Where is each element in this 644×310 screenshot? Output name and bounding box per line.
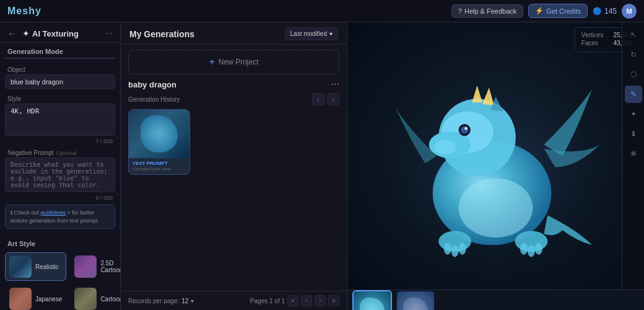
svg-point-19 (535, 243, 542, 255)
guidelines-link[interactable]: guidelines (41, 210, 66, 216)
avatar[interactable]: M (622, 4, 637, 19)
generation-history-label: Generation History ‹ › (128, 93, 339, 105)
new-project-label: New Project (219, 58, 259, 66)
new-project-icon: + (209, 56, 214, 68)
style-label: Style (0, 93, 120, 104)
help-icon: ? (458, 7, 462, 15)
style-item-realistic[interactable]: Realistic (5, 252, 66, 281)
new-project-button[interactable]: + New Project (128, 50, 339, 74)
guidelines-box: ℹ Check out guidelines > for better text… (5, 205, 115, 229)
sidebar-header: ← ✦ AI Texturing ⋯ (0, 22, 120, 43)
star-tool-icon[interactable]: ✦ (625, 105, 642, 123)
thumb-mini-dragon-2 (403, 298, 428, 310)
left-sidebar: ← ✦ AI Texturing ⋯ Generation Mode Text … (0, 22, 121, 310)
style-label-japanese: Japanese (35, 296, 62, 303)
get-credits-button[interactable]: ⚡ Get Credits (528, 4, 588, 18)
style-item-cartoon25d[interactable]: 2.5D Cartoon (70, 252, 121, 281)
info-icon: ℹ (11, 210, 12, 216)
style-item-cartoon[interactable]: Cartoon (70, 285, 121, 310)
page-last-button[interactable]: » (328, 295, 339, 306)
page-nav: Pages 1 of 1 « ‹ › » (250, 295, 339, 306)
thumbnail-1-bg (354, 291, 391, 310)
art-style-section: Art Style Realistic 2.5D Cartoon Japanes… (0, 232, 120, 310)
view-tool-icon[interactable]: ⬡ (625, 66, 642, 83)
project-name-row: baby dragon ⋯ (128, 79, 339, 89)
svg-point-5 (434, 140, 456, 154)
project-menu-button[interactable]: ⋯ (331, 79, 339, 89)
svg-point-16 (459, 243, 466, 255)
svg-point-7 (461, 126, 468, 134)
records-label: Records per page: (128, 298, 179, 304)
svg-point-15 (451, 245, 459, 257)
object-input[interactable] (5, 74, 115, 89)
dragon-thumbnail-shape (141, 115, 178, 153)
concept-art-mode-button[interactable]: Concept Art (60, 58, 115, 59)
viewport-panel: Vertices 25,421 Faces 43,086 ↖ ↻ ⬡ ✎ ✦ ⬇… (347, 22, 644, 310)
back-icon[interactable]: ← (7, 29, 16, 38)
topbar-right: ? Help & Feedback ⚡ Get Credits 🔵 145 M (451, 4, 637, 19)
center-content: + New Project baby dragon ⋯ Generation H… (121, 45, 347, 291)
download-tool-icon[interactable]: ⬇ (625, 125, 642, 143)
main-layout: ← ✦ AI Texturing ⋯ Generation Mode Text … (0, 22, 644, 310)
project-section: baby dragon ⋯ Generation History ‹ › (128, 79, 339, 286)
object-label: Object (0, 64, 120, 74)
generation-mode-label: Generation Mode (0, 43, 120, 58)
topbar-left: Meshy (7, 6, 41, 17)
viewport-3d[interactable]: Vertices 25,421 Faces 43,086 ↖ ↻ ⬡ ✎ ✦ ⬇… (347, 22, 644, 290)
page-first-button[interactable]: « (287, 295, 298, 306)
negative-prompt-input[interactable] (5, 157, 115, 192)
style-label-cartoon25d: 2.5D Cartoon (100, 260, 121, 273)
coin-icon: 🔵 (593, 7, 602, 16)
style-input[interactable]: 4K, HDR (5, 104, 115, 136)
page-next-button[interactable]: › (315, 295, 326, 306)
paint-tool-icon[interactable]: ✎ (625, 86, 642, 103)
center-title: My Generations (129, 29, 194, 39)
art-style-label: Art Style (0, 235, 120, 250)
svg-point-14 (444, 243, 451, 255)
ai-texturing-title: AI Texturing (32, 29, 79, 38)
negative-char-count: 0 / 500 (0, 195, 120, 203)
style-item-japanese[interactable]: Japanese (5, 285, 66, 310)
history-grid: TEXT PROMPT Updated just now (128, 109, 339, 175)
style-char-count: 7 / 500 (0, 138, 120, 147)
records-expand-icon[interactable]: ▾ (191, 298, 194, 304)
art-style-grid: Realistic 2.5D Cartoon Japanese Cartoon (0, 250, 120, 310)
history-prev-button[interactable]: ‹ (312, 93, 324, 105)
logo: Meshy (7, 6, 41, 17)
svg-point-8 (464, 127, 468, 130)
vertices-label: Vertices (581, 32, 604, 38)
style-label-realistic: Realistic (35, 264, 59, 270)
rotate-tool-icon[interactable]: ↻ (625, 46, 642, 63)
history-thumb (129, 110, 189, 158)
help-feedback-button[interactable]: ? Help & Feedback (451, 4, 524, 18)
history-time: Updated just now (133, 166, 186, 172)
pages-label: Pages 1 of 1 (250, 298, 285, 304)
thumb-mini-dragon-1 (360, 298, 385, 310)
style-thumb-japanese (9, 288, 32, 310)
project-name: baby dragon (128, 80, 176, 89)
sort-icon: ▾ (329, 30, 333, 37)
sort-button[interactable]: Last modified ▾ (285, 27, 338, 40)
guidelines-prefix: Check out (14, 210, 41, 216)
history-item[interactable]: TEXT PROMPT Updated just now (128, 109, 190, 175)
sort-label: Last modified (290, 30, 327, 37)
text-prompt-mode-button[interactable]: Text Prompt (6, 58, 60, 59)
style-thumb-cartoon (74, 288, 97, 310)
dragon-3d-svg (347, 22, 644, 290)
thumbnail-2[interactable] (396, 290, 435, 310)
negative-prompt-label: Negative Prompt (7, 149, 53, 156)
svg-point-17 (520, 243, 528, 255)
lightning-icon: ⚡ (535, 7, 544, 15)
topbar: Meshy ? Help & Feedback ⚡ Get Credits 🔵 … (0, 0, 644, 22)
history-next-button[interactable]: › (327, 93, 339, 105)
style-thumb-realistic (9, 255, 32, 278)
svg-point-11 (459, 178, 533, 237)
page-prev-button[interactable]: ‹ (301, 295, 312, 306)
badge-tool-icon[interactable]: ❋ (625, 145, 642, 162)
svg-point-18 (528, 245, 535, 257)
cursor-tool-icon[interactable]: ↖ (625, 26, 642, 43)
center-top: My Generations Last modified ▾ (121, 22, 347, 45)
center-bottom: Records per page: 12 ▾ Pages 1 of 1 « ‹ … (121, 291, 347, 310)
settings-icon[interactable]: ⋯ (105, 29, 113, 38)
thumbnail-1[interactable] (352, 290, 392, 310)
